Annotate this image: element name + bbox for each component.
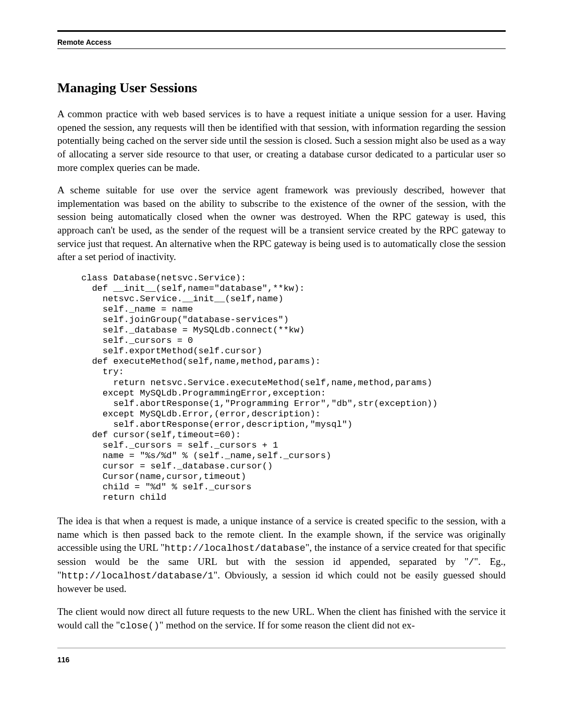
p4-text-b: " method on the service. If for some rea… <box>160 620 415 631</box>
p3-slash: / <box>469 557 474 567</box>
paragraph-3: The idea is that when a request is made,… <box>57 514 506 596</box>
paragraph-4: The client would now direct all future r… <box>57 605 506 632</box>
page-number: 116 <box>57 656 506 664</box>
header-rule-top <box>57 30 506 32</box>
code-block: class Database(netsvc.Service): def __in… <box>57 273 506 503</box>
paragraph-1: A common practice with web based service… <box>57 107 506 174</box>
p4-code-close: close() <box>120 621 160 631</box>
footer-rule: 116 <box>57 648 506 664</box>
chapter-label: Remote Access <box>57 35 506 48</box>
p3-url-2: http://localhost/database/1 <box>62 571 214 581</box>
header-rule-bottom <box>57 48 506 49</box>
p3-url-1: http://localhost/database <box>165 543 305 553</box>
page: Remote Access Managing User Sessions A c… <box>0 0 563 728</box>
section-title: Managing User Sessions <box>57 80 506 96</box>
paragraph-2: A scheme suitable for use over the servi… <box>57 183 506 264</box>
